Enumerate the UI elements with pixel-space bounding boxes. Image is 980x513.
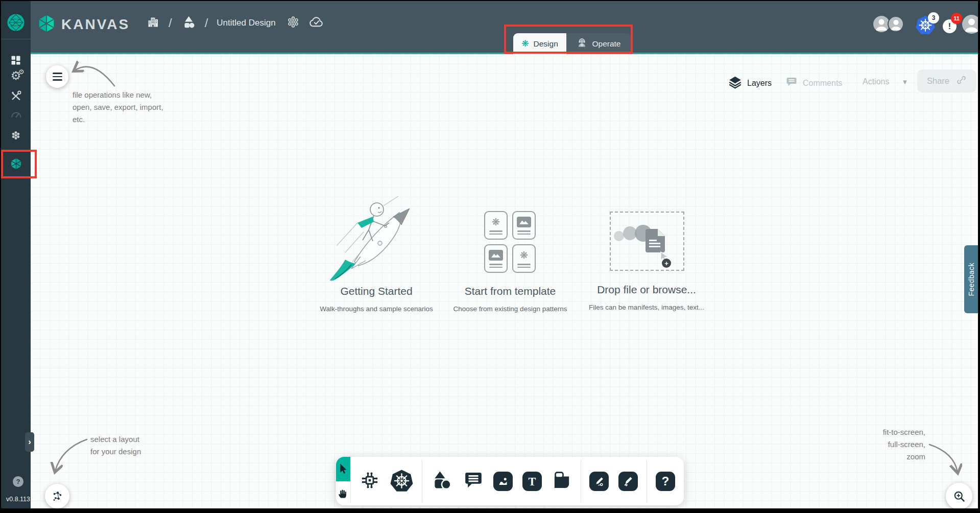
layers-toggle[interactable]: Layers xyxy=(728,75,772,91)
tab-design[interactable]: ❋ Design xyxy=(513,33,566,54)
template-thumb-design: ❋ xyxy=(484,211,508,240)
kanvas-logo-icon xyxy=(37,14,56,35)
image-tool[interactable] xyxy=(493,472,513,491)
template-thumb-image xyxy=(512,211,536,240)
kubernetes-context-icon[interactable]: 3 xyxy=(916,15,938,35)
link-icon xyxy=(956,75,967,87)
sidebar-item-configuration[interactable] xyxy=(1,89,31,102)
svg-text:?: ? xyxy=(662,474,670,487)
zoom-fab[interactable] xyxy=(946,483,972,508)
comments-toggle[interactable]: Comments xyxy=(785,76,842,90)
component-chip-tool[interactable] xyxy=(359,470,380,493)
getting-started-title[interactable]: Getting Started xyxy=(315,285,438,297)
collaborator-avatar[interactable] xyxy=(888,16,904,32)
tab-design-label: Design xyxy=(534,39,558,49)
templates-card[interactable]: ❋ ❋ xyxy=(484,211,536,273)
shapes-tool[interactable] xyxy=(431,469,453,494)
drop-zone-title[interactable]: Drop file or browse... xyxy=(585,284,708,296)
chevron-down-icon: ▼ xyxy=(901,78,908,86)
select-tool-button[interactable] xyxy=(336,457,350,481)
template-thumb-image xyxy=(484,244,508,273)
sketch-tool[interactable] xyxy=(618,472,638,491)
mode-tabs: ❋ Design Operate xyxy=(513,33,631,54)
drop-zone-subtitle: Files can be manifests, images, text... xyxy=(575,304,718,311)
workspace-icon[interactable] xyxy=(181,14,196,32)
screenshot-frame: KANVAS xyxy=(0,0,980,513)
hand-icon xyxy=(337,487,349,499)
templates-title[interactable]: Start from template xyxy=(449,285,571,297)
notifications-button[interactable]: ! 11 xyxy=(943,17,963,36)
canvas-toolbar: T xyxy=(336,457,684,505)
svg-text:T: T xyxy=(528,475,536,487)
text-tool[interactable]: T xyxy=(522,472,542,491)
help-tool[interactable]: ? xyxy=(656,472,675,491)
drop-zone[interactable]: + xyxy=(610,212,684,271)
help-button[interactable]: ? xyxy=(13,476,23,487)
kanvas-app: KANVAS xyxy=(1,1,978,508)
layout-selector-fab[interactable] xyxy=(45,484,69,508)
share-label: Share xyxy=(927,76,949,86)
sidebar-item-kanvas[interactable] xyxy=(1,157,31,170)
layers-label: Layers xyxy=(747,79,772,88)
pan-tool-button[interactable] xyxy=(336,481,350,506)
app-version: v0.8.113 xyxy=(6,496,30,503)
gear-small-icon: ⚙ xyxy=(18,68,25,75)
plus-badge-icon: + xyxy=(662,259,671,268)
pen-tool[interactable] xyxy=(589,472,609,491)
app-header: KANVAS xyxy=(31,1,978,54)
template-thumb-design: ❋ xyxy=(512,244,536,273)
tab-operate[interactable]: Operate xyxy=(566,33,631,54)
sidebar-item-dashboard[interactable] xyxy=(1,54,31,66)
magnifier-plus-icon xyxy=(952,489,966,503)
design-canvas[interactable] xyxy=(31,54,978,508)
breadcrumb-separator: / xyxy=(169,16,172,30)
feedback-tab[interactable]: Feedback xyxy=(964,245,978,313)
actions-label: Actions xyxy=(863,77,889,86)
comment-tool[interactable] xyxy=(463,470,484,493)
breadcrumb-separator: / xyxy=(205,16,208,30)
section-tool[interactable] xyxy=(552,470,572,493)
graph-layout-icon xyxy=(51,489,64,503)
organization-icon[interactable] xyxy=(146,15,160,31)
sidebar-item-performance[interactable] xyxy=(1,109,31,122)
menu-icon xyxy=(53,73,62,81)
document-icon xyxy=(646,229,665,254)
feedback-label: Feedback xyxy=(967,263,975,296)
getting-started-card[interactable] xyxy=(323,196,431,281)
comments-icon xyxy=(785,76,798,90)
cloud-save-status-icon[interactable] xyxy=(308,14,324,32)
meshery-logo[interactable] xyxy=(1,12,31,39)
design-spiral-icon: ❋ xyxy=(521,39,529,48)
layers-icon xyxy=(728,75,742,91)
chevron-right-icon: › xyxy=(28,437,31,447)
comments-label: Comments xyxy=(803,79,842,88)
file-menu-fab[interactable] xyxy=(46,65,68,88)
tab-operate-label: Operate xyxy=(592,39,620,49)
screen-controls-annotation: fit-to-screen, full-screen, zoom xyxy=(849,426,925,463)
notification-count-badge: 11 xyxy=(951,13,962,24)
getting-started-subtitle: Walk-throughs and sample scenarios xyxy=(302,305,450,313)
actions-dropdown[interactable]: Actions ▼ xyxy=(863,77,908,86)
kubernetes-tool[interactable] xyxy=(390,469,413,494)
cursor-arrow-icon xyxy=(337,462,349,475)
user-avatar[interactable] xyxy=(962,15,978,34)
rocket-illustration xyxy=(323,196,431,281)
layout-annotation: select a layout for your design xyxy=(90,433,141,458)
design-cluster-icon[interactable] xyxy=(286,15,300,31)
share-button[interactable]: Share xyxy=(917,69,976,92)
sidebar-item-lifecycle[interactable]: ⚙ ⚙ xyxy=(1,70,31,82)
kubernetes-count-badge: 3 xyxy=(928,12,939,24)
brand-name: KANVAS xyxy=(61,16,130,33)
sidebar-item-extensions[interactable] xyxy=(1,129,31,142)
templates-subtitle: Choose from existing design patterns xyxy=(439,305,582,313)
sidebar-expand-button[interactable]: › xyxy=(25,432,34,452)
design-name[interactable]: Untitled Design xyxy=(217,18,275,28)
operator-headset-icon xyxy=(577,37,587,50)
file-ops-annotation: file operations like new, open, save, ex… xyxy=(73,89,163,126)
